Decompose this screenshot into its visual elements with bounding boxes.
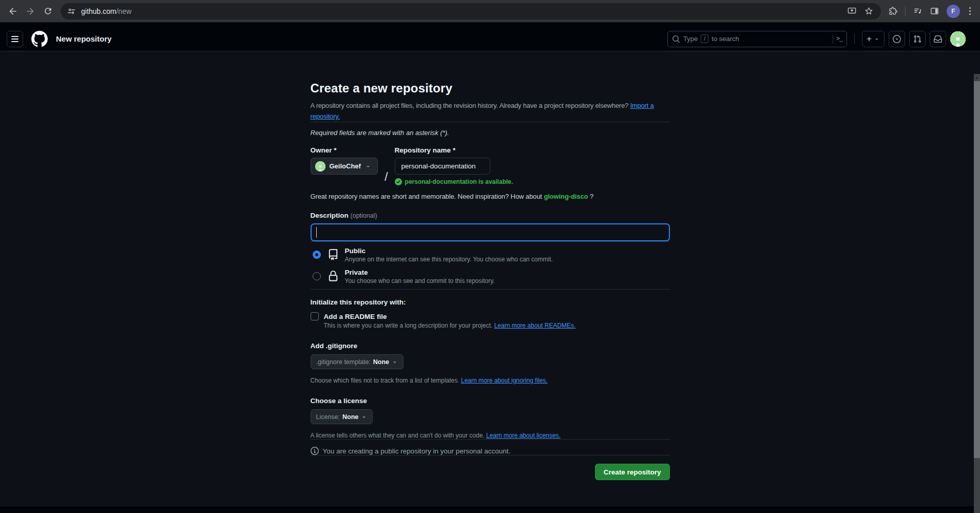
owner-repo-row: Owner * GeiloChef / Repository name * pe…: [311, 146, 670, 185]
license-value: None: [342, 413, 358, 421]
forward-button[interactable]: [22, 3, 39, 20]
visibility-option-private[interactable]: Private You choose who can see and commi…: [311, 268, 670, 289]
suggested-name-link[interactable]: glowing-disco: [544, 193, 588, 200]
slash-key-hint: /: [701, 34, 708, 43]
intro-text: A repository contains all project files,…: [311, 100, 670, 122]
readme-description: This is where you can write a long descr…: [324, 322, 670, 329]
triangle-down-icon: [392, 359, 398, 365]
readme-option[interactable]: Add a README file: [311, 312, 670, 320]
github-header: New repository Type / to search >_ +: [0, 23, 980, 51]
scrollbar-up-arrow[interactable]: [975, 77, 978, 79]
address-bar[interactable]: github.com/new: [61, 3, 881, 20]
description-label: Description (optional): [311, 212, 670, 219]
page-scrollbar[interactable]: [974, 74, 980, 513]
search-placeholder-post: to search: [712, 35, 739, 43]
issues-button[interactable]: [889, 31, 905, 47]
install-app-icon[interactable]: [847, 6, 857, 16]
media-controls-icon[interactable]: [913, 6, 923, 16]
search-icon: [672, 35, 680, 43]
inbox-icon: [934, 35, 942, 43]
gitignore-note: Choose which files not to track from a l…: [311, 377, 670, 384]
info-icon: [311, 447, 319, 455]
reload-button[interactable]: [39, 3, 56, 20]
search-placeholder-pre: Type: [683, 35, 698, 43]
toolbar-divider: [905, 7, 906, 16]
forward-icon: [25, 6, 35, 16]
owner-repo-separator: /: [385, 169, 388, 185]
owner-label: Owner *: [311, 146, 378, 154]
repository-name-field: Repository name * personal-documentation…: [395, 146, 513, 185]
bookmark-star-icon[interactable]: [864, 6, 874, 16]
triangle-down-icon: [365, 163, 371, 169]
gitignore-heading: Add .gitignore: [311, 342, 670, 350]
browser-toolbar: github.com/new: [0, 0, 980, 23]
github-header-actions: Type / to search >_ +: [667, 31, 966, 47]
page-context-title: New repository: [56, 34, 111, 43]
divider: [311, 289, 670, 290]
header-divider: [854, 34, 855, 44]
chevron-down-icon: [874, 36, 880, 42]
back-button[interactable]: [4, 3, 22, 20]
url-text: github.com/new: [81, 7, 847, 15]
site-info-icon[interactable]: [67, 7, 76, 16]
create-repository-button[interactable]: Create repository: [595, 464, 670, 480]
private-radio[interactable]: [313, 272, 321, 280]
back-icon: [8, 6, 18, 16]
scrollbar-thumb[interactable]: [974, 81, 980, 458]
repo-book-icon: [328, 249, 339, 260]
reload-icon: [43, 6, 53, 16]
divider: [311, 455, 670, 455]
global-search-input[interactable]: Type / to search >_: [667, 31, 847, 47]
browser-menu-icon[interactable]: [967, 5, 973, 17]
license-learn-more-link[interactable]: Learn more about licenses.: [486, 432, 561, 439]
text-cursor: [316, 227, 317, 238]
public-label: Public: [345, 247, 553, 255]
license-button[interactable]: License: None: [311, 409, 373, 424]
visibility-option-public[interactable]: Public Anyone on the internet can see th…: [311, 242, 670, 268]
creation-info: You are creating a public repository in …: [311, 447, 670, 455]
owner-field: Owner * GeiloChef: [311, 146, 378, 175]
page-bottom-strip: [0, 506, 980, 513]
create-new-button[interactable]: +: [862, 31, 885, 47]
global-nav-menu-button[interactable]: [7, 31, 23, 47]
repository-name-label: Repository name *: [395, 146, 513, 154]
repository-name-input[interactable]: [395, 158, 490, 175]
url-host: github.com: [81, 7, 116, 15]
gitignore-template-button[interactable]: .gitignore template: None: [311, 354, 404, 369]
initialize-heading: Initialize this repository with:: [311, 298, 670, 306]
readme-checkbox[interactable]: [311, 312, 319, 320]
new-repository-page: Create a new repository A repository con…: [0, 51, 980, 506]
description-input[interactable]: [311, 223, 670, 241]
owner-avatar: [315, 161, 325, 172]
divider: [311, 122, 670, 122]
license-heading: Choose a license: [311, 397, 670, 405]
pull-requests-button[interactable]: [909, 31, 926, 47]
readme-learn-more-link[interactable]: Learn more about READMEs.: [494, 322, 576, 329]
triangle-down-icon: [361, 414, 367, 420]
inbox-button[interactable]: [930, 31, 946, 47]
description-field: [311, 223, 670, 241]
github-logo-icon[interactable]: [31, 31, 48, 47]
check-circle-icon: [395, 178, 402, 185]
copilot-chat-icon[interactable]: >_: [836, 35, 842, 43]
side-panel-icon[interactable]: [930, 6, 939, 16]
private-description: You choose who can see and commit to thi…: [345, 277, 495, 284]
required-fields-note: Required fields are marked with an aster…: [311, 129, 670, 137]
license-note: A license tells others what they can and…: [311, 432, 670, 439]
search-divider: [833, 34, 833, 44]
issue-opened-icon: [893, 35, 901, 43]
owner-name: GeiloChef: [330, 162, 361, 170]
user-avatar[interactable]: [950, 31, 966, 47]
plus-icon: +: [867, 34, 872, 44]
toolbar-right: F: [885, 5, 976, 18]
name-suggestion: Great repository names are short and mem…: [311, 193, 670, 200]
owner-select-button[interactable]: GeiloChef: [311, 158, 378, 175]
public-radio[interactable]: [313, 251, 321, 259]
availability-message: personal-documentation is available.: [395, 178, 513, 185]
browser-profile-avatar[interactable]: F: [947, 5, 960, 18]
lock-icon: [328, 271, 339, 282]
extensions-icon[interactable]: [888, 6, 898, 16]
gitignore-learn-more-link[interactable]: Learn more about ignoring files.: [461, 377, 548, 384]
divider: [311, 439, 670, 440]
git-pull-request-icon: [913, 35, 921, 43]
